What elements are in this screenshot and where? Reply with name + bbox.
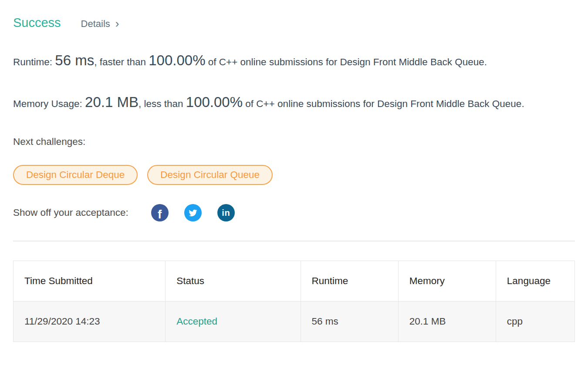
- details-link-label: Details: [81, 18, 110, 30]
- challenge-pill-design-circular-deque[interactable]: Design Circular Deque: [13, 165, 138, 185]
- memory-label: Memory Usage:: [13, 98, 85, 109]
- details-link[interactable]: Details ›: [81, 17, 119, 30]
- memory-connector: , less than: [139, 98, 186, 109]
- cell-status: Accepted: [166, 302, 301, 342]
- runtime-label: Runtime:: [13, 57, 55, 67]
- memory-rest: of C++ online submissions for Design Fro…: [243, 98, 524, 109]
- share-label: Show off your acceptance:: [13, 207, 128, 218]
- column-header-status: Status: [166, 261, 301, 302]
- runtime-value: 56 ms: [55, 52, 94, 68]
- twitter-share-button[interactable]: [184, 204, 202, 221]
- column-header-time-submitted: Time Submitted: [14, 261, 166, 302]
- runtime-connector: , faster than: [94, 57, 149, 67]
- cell-time-submitted: 11/29/2020 14:23: [14, 302, 166, 342]
- memory-percentile: 100.00%: [186, 94, 243, 110]
- twitter-icon: [188, 209, 198, 217]
- column-header-language: Language: [496, 261, 574, 302]
- runtime-percentile: 100.00%: [149, 52, 205, 68]
- cell-memory: 20.1 MB: [398, 302, 496, 342]
- chevron-right-icon: ›: [115, 18, 119, 29]
- facebook-share-button[interactable]: f: [151, 204, 169, 221]
- table-header-row: Time Submitted Status Runtime Memory Lan…: [14, 261, 575, 302]
- runtime-rest: of C++ online submissions for Design Fro…: [206, 57, 487, 67]
- section-divider: [13, 241, 575, 241]
- next-challenges-list: Design Circular Deque Design Circular Qu…: [13, 165, 575, 185]
- linkedin-share-button[interactable]: in: [217, 204, 235, 221]
- memory-summary: Memory Usage: 20.1 MB, less than 100.00%…: [13, 93, 575, 114]
- linkedin-icon: in: [222, 208, 230, 218]
- facebook-icon: f: [158, 208, 162, 221]
- cell-language: cpp: [496, 302, 574, 342]
- memory-value: 20.1 MB: [85, 94, 139, 110]
- column-header-memory: Memory: [398, 261, 496, 302]
- share-row: Show off your acceptance: f in: [13, 204, 575, 221]
- accepted-status-link[interactable]: Accepted: [176, 316, 217, 327]
- challenge-pill-design-circular-queue[interactable]: Design Circular Queue: [147, 165, 273, 185]
- column-header-runtime: Runtime: [301, 261, 398, 302]
- result-header: Success Details ›: [13, 16, 575, 30]
- cell-runtime: 56 ms: [301, 302, 398, 342]
- submissions-table: Time Submitted Status Runtime Memory Lan…: [13, 261, 575, 342]
- runtime-summary: Runtime: 56 ms, faster than 100.00% of C…: [13, 51, 575, 72]
- next-challenges-label: Next challenges:: [13, 136, 575, 147]
- status-heading: Success: [13, 16, 61, 30]
- table-row: 11/29/2020 14:23 Accepted 56 ms 20.1 MB …: [14, 302, 575, 342]
- submission-result-page: Success Details › Runtime: 56 ms, faster…: [0, 0, 588, 342]
